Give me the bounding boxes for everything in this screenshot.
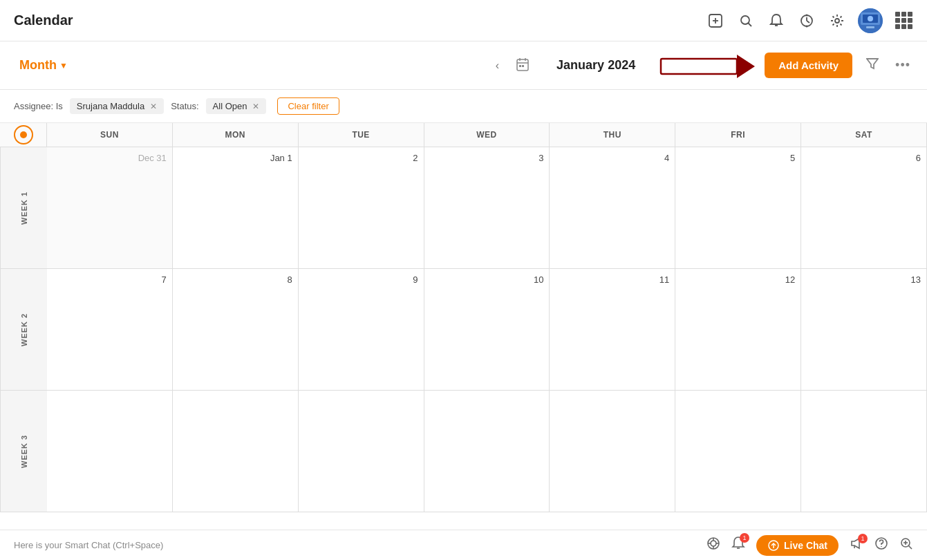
day-cell[interactable]: 11 <box>550 269 675 390</box>
svg-point-38 <box>881 546 882 548</box>
header-wed: WED <box>424 123 550 147</box>
day-cell[interactable]: 8 <box>173 269 299 390</box>
current-month-label: January 2024 <box>541 58 651 73</box>
day-cell[interactable]: 13 <box>801 269 927 390</box>
notification-badge: 1 <box>740 533 749 543</box>
status-filter-label: Status: <box>171 101 198 111</box>
calendar-header: SUN MON TUE WED THU FRI SAT <box>0 123 927 147</box>
day-number: 10 <box>430 274 544 285</box>
assignee-remove-icon[interactable]: ✕ <box>150 102 157 111</box>
month-dropdown[interactable]: Month ▼ <box>14 55 73 75</box>
day-cell[interactable] <box>675 391 801 512</box>
day-number: 2 <box>304 153 418 163</box>
assignee-filter-chip[interactable]: Srujana Maddula ✕ <box>70 98 164 114</box>
arrow-annotation <box>659 52 756 80</box>
day-cell[interactable] <box>424 391 550 512</box>
svg-point-11 <box>835 19 839 23</box>
svg-point-3 <box>741 16 749 24</box>
page-title: Calendar <box>14 12 73 28</box>
live-chat-label: Live Chat <box>784 540 827 551</box>
filter-bar: Assignee: Is Srujana Maddula ✕ Status: A… <box>0 90 927 123</box>
svg-point-10 <box>806 25 808 27</box>
day-cell[interactable]: 5 <box>675 147 801 268</box>
bell-icon[interactable] <box>767 11 786 30</box>
week-row: WEEK 1 Dec 31 Jan 1 2 3 4 5 6 <box>0 147 927 269</box>
clock-icon[interactable] <box>797 11 816 30</box>
day-cell[interactable] <box>299 391 424 512</box>
svg-line-4 <box>749 23 752 26</box>
day-cell[interactable]: 12 <box>675 269 801 390</box>
dropdown-arrow-icon: ▼ <box>59 61 68 71</box>
clear-filter-button[interactable]: Clear filter <box>277 97 339 115</box>
week-2-label: WEEK 2 <box>0 269 47 390</box>
calendar-settings-icon[interactable] <box>0 123 47 147</box>
svg-rect-21 <box>519 65 521 67</box>
notification-icon[interactable]: 1 <box>731 536 745 554</box>
toolbar: Month ▼ ‹ January 2024 Add Activity ••• <box>0 41 927 90</box>
svg-line-40 <box>909 546 912 550</box>
week-row: WEEK 2 7 8 9 10 11 12 13 <box>0 269 927 391</box>
status-remove-icon[interactable]: ✕ <box>252 102 259 111</box>
svg-line-8 <box>807 21 809 23</box>
prev-month-button[interactable]: ‹ <box>490 57 505 75</box>
bottom-bar: Here is your Smart Chat (Ctrl+Space) 1 <box>0 530 927 560</box>
header-icons <box>706 8 913 33</box>
status-filter-chip[interactable]: All Open ✕ <box>206 98 267 114</box>
zoom-icon[interactable] <box>899 536 913 554</box>
live-chat-button[interactable]: Live Chat <box>756 535 839 556</box>
svg-marker-25 <box>867 59 878 68</box>
megaphone-badge: 1 <box>858 534 868 543</box>
day-cell[interactable] <box>173 391 299 512</box>
status-value: All Open <box>213 101 247 111</box>
week-1-label: WEEK 1 <box>0 147 47 268</box>
svg-rect-23 <box>661 59 737 74</box>
day-cell[interactable]: 9 <box>299 269 424 390</box>
day-number: 8 <box>178 274 292 285</box>
day-cell[interactable] <box>801 391 927 512</box>
day-cell[interactable]: 2 <box>299 147 424 268</box>
more-options-button[interactable]: ••• <box>892 55 913 75</box>
header-mon: MON <box>173 123 299 147</box>
megaphone-icon[interactable]: 1 <box>850 536 863 554</box>
header-fri: FRI <box>675 123 801 147</box>
calendar: SUN MON TUE WED THU FRI SAT WEEK 1 Dec 3… <box>0 123 927 530</box>
day-cell[interactable] <box>47 391 173 512</box>
day-cell[interactable]: 3 <box>424 147 550 268</box>
day-cell[interactable]: 7 <box>47 269 173 390</box>
avatar[interactable] <box>858 8 883 33</box>
day-number: 3 <box>430 153 544 163</box>
help-icon[interactable] <box>874 536 888 554</box>
bottom-icons: 1 Live Chat 1 <box>706 535 913 556</box>
apps-icon[interactable] <box>894 11 913 30</box>
day-number: 6 <box>807 153 921 163</box>
filter-icon[interactable] <box>861 55 884 76</box>
week-3-label: WEEK 3 <box>0 391 47 512</box>
day-number: 7 <box>53 274 167 285</box>
header: Calendar <box>0 0 927 41</box>
search-icon[interactable] <box>736 11 756 30</box>
month-label: Month <box>19 58 57 73</box>
support-icon[interactable] <box>706 536 720 554</box>
header-sat: SAT <box>801 123 927 147</box>
header-tue: TUE <box>299 123 424 147</box>
day-cell[interactable]: Dec 31 <box>47 147 173 268</box>
day-cell[interactable]: 6 <box>801 147 927 268</box>
day-number: 9 <box>304 274 418 285</box>
add-icon[interactable] <box>706 11 725 30</box>
day-number: 5 <box>681 153 795 163</box>
day-cell[interactable]: 4 <box>550 147 675 268</box>
day-number: 4 <box>555 153 669 163</box>
svg-point-9 <box>806 14 808 16</box>
week-row: WEEK 3 <box>0 391 927 512</box>
day-cell[interactable]: Jan 1 <box>173 147 299 268</box>
calendar-picker-icon[interactable] <box>513 55 532 77</box>
add-activity-button[interactable]: Add Activity <box>765 53 852 78</box>
day-number: Dec 31 <box>53 153 167 163</box>
day-number: 12 <box>681 274 795 285</box>
settings-icon[interactable] <box>827 11 847 30</box>
day-cell[interactable] <box>550 391 675 512</box>
header-thu: THU <box>550 123 675 147</box>
day-cell[interactable]: 10 <box>424 269 550 390</box>
svg-point-15 <box>868 16 873 21</box>
calendar-body: WEEK 1 Dec 31 Jan 1 2 3 4 5 6 <box>0 147 927 530</box>
